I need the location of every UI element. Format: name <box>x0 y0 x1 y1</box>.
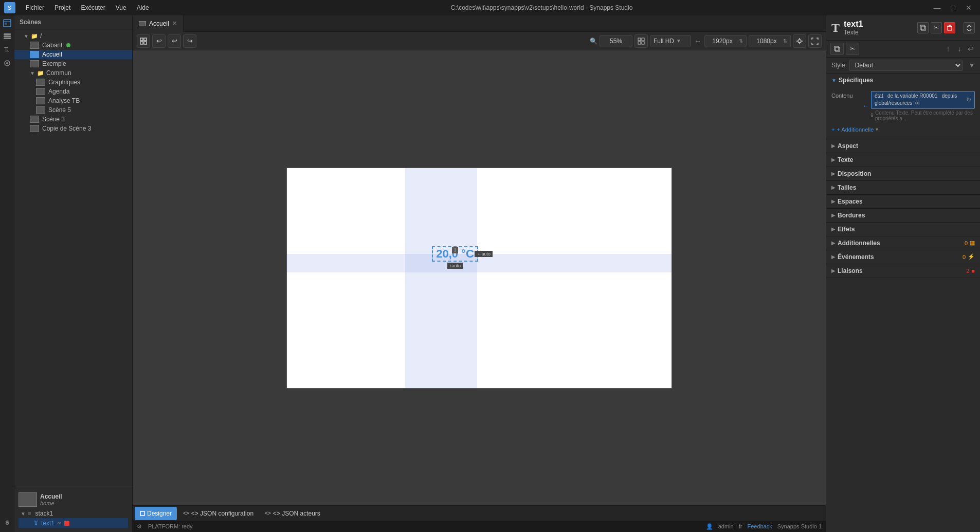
tb-btn-grid[interactable] <box>634 34 648 48</box>
rp-tb-arrows: ↑ ↓ ↩ <box>943 44 976 54</box>
espaces-title: Espaces <box>838 198 863 205</box>
rp-btn-copy[interactable] <box>917 22 929 33</box>
tb-btn-redo[interactable]: ↪ <box>183 34 196 48</box>
rp-arrow-down[interactable]: ↓ <box>954 44 965 54</box>
add-label: + Additionnelle <box>837 126 874 133</box>
rp-element-type: Texte <box>844 29 863 36</box>
rp-arrow-indent[interactable]: ↩ <box>966 44 976 54</box>
tab-close-accueil[interactable]: ✕ <box>172 20 177 27</box>
menu-projet[interactable]: Projet <box>49 2 76 13</box>
contenu-label: Contenu <box>831 91 860 99</box>
resize-handle-bottom[interactable]: ↕auto <box>447 263 463 269</box>
section-additionnelles-header[interactable]: ▶ Additionnelles 0 ▦ <box>826 236 980 250</box>
status-feedback[interactable]: Feedback <box>747 523 772 529</box>
bottom-tab-jsonacteurs[interactable]: <> <> JSON acteurs <box>260 507 325 520</box>
menu-fichier[interactable]: Fichier <box>21 2 49 13</box>
additionnelles-badge: 0 ▦ <box>965 240 975 246</box>
tb-btn-undo2[interactable]: ↩ <box>168 34 181 48</box>
status-right: 👤 admin fr Feedback Synapps Studio 1 <box>706 523 822 530</box>
tab-accueil[interactable]: Accueil ✕ <box>133 15 184 32</box>
section-specifiques-header[interactable]: ▼ Spécifiques <box>826 74 980 87</box>
minimize-button[interactable]: — <box>930 4 945 12</box>
badge-gabarit <box>66 43 70 47</box>
section-effets-header[interactable]: ▶ Effets <box>826 223 980 236</box>
rp-style-arrow[interactable]: ▼ <box>969 62 975 69</box>
selected-text-element[interactable]: T 20,0 °C ←auto ↕auto <box>432 246 478 262</box>
expand-arrow-root: ▼ <box>24 33 29 39</box>
contenu-binding[interactable]: état de la variable R00001 depuis global… <box>871 91 975 109</box>
width-input[interactable] <box>708 38 737 45</box>
tb-btn-undo[interactable]: ↩ <box>152 34 166 48</box>
section-evenements-header[interactable]: ▶ Événements 0 ⚡ <box>826 250 980 264</box>
bottom-tab-designer[interactable]: Designer <box>135 507 177 520</box>
section-tailles-header[interactable]: ▶ Tailles <box>826 181 980 194</box>
section-additionnelles: ▶ Additionnelles 0 ▦ <box>826 236 980 250</box>
tree-item-scene5[interactable]: Scène 5 <box>14 105 132 115</box>
iconbar-variables[interactable]: T₁ <box>2 44 13 56</box>
tree-label-exemple: Exemple <box>42 60 66 67</box>
refresh-icon[interactable]: ↻ <box>966 96 971 103</box>
add-additional-link[interactable]: + + Additionnelle ▾ <box>831 124 975 135</box>
canvas-area[interactable]: T 20,0 °C ←auto ↕auto <box>133 50 826 505</box>
tree-item-stack1[interactable]: ▼ ≡ stack1 <box>19 509 128 518</box>
tree-item-accueil[interactable]: Accueil <box>14 50 132 59</box>
rp-tb-cut[interactable]: ✂ <box>846 43 859 55</box>
tree-item-commun[interactable]: ▼ 📁 Commun <box>14 68 132 78</box>
specifiques-content: Contenu ← état de la variable R00001 d <box>826 87 980 139</box>
section-texte-header[interactable]: ▶ Texte <box>826 153 980 167</box>
tree-item-copiescene3[interactable]: Copie de Scène 3 <box>14 124 132 133</box>
red-badge-text1 <box>64 521 69 526</box>
section-liaisons: ▶ Liaisons 2 ■ <box>826 264 980 278</box>
rp-arrow-up[interactable]: ↑ <box>943 44 953 54</box>
tree-item-analysetb[interactable]: Analyse TB <box>14 96 132 105</box>
aspect-title: Aspect <box>838 142 858 150</box>
tree-item-graphiques[interactable]: Graphiques <box>14 78 132 87</box>
liaisons-title: Liaisons <box>838 267 863 274</box>
section-aspect-header[interactable]: ▶ Aspect <box>826 139 980 153</box>
close-button[interactable]: ✕ <box>961 4 976 12</box>
tree-item-agenda[interactable]: Agenda <box>14 87 132 96</box>
tb-btn-fullscreen[interactable] <box>808 34 822 48</box>
additionnelles-count: 0 <box>965 240 968 246</box>
section-bordures-header[interactable]: ▶ Bordures <box>826 209 980 222</box>
contenu-field-row: Contenu ← état de la variable R00001 d <box>831 91 975 121</box>
section-disposition-header[interactable]: ▶ Disposition <box>826 167 980 180</box>
svg-rect-6 <box>4 35 11 37</box>
rp-btn-delete[interactable] <box>944 22 955 33</box>
tree-label-analysetb: Analyse TB <box>48 97 80 104</box>
main-layout: T₁ Scènes ▼ 📁 / Gabarit <box>0 15 980 532</box>
status-user: admin <box>718 523 734 529</box>
zoom-input[interactable] <box>603 38 629 45</box>
menu-aide[interactable]: Aide <box>132 2 154 13</box>
bottom-tabbar: Designer <> <> JSON configuration <> <> … <box>133 505 826 521</box>
tree-item-scene3[interactable]: Scène 3 <box>14 115 132 124</box>
bottom-tab-jsonconfig[interactable]: <> <> JSON configuration <box>178 507 259 520</box>
iconbar-scenes[interactable] <box>2 17 13 29</box>
rp-btn-expand[interactable] <box>964 22 975 33</box>
resolution-select[interactable]: Full HD ▼ <box>650 35 691 47</box>
rp-btn-cut[interactable]: ✂ <box>931 22 942 33</box>
section-specifiques: ▼ Spécifiques Contenu ← état de la <box>826 74 980 139</box>
section-espaces-header[interactable]: ▶ Espaces <box>826 195 980 208</box>
menu-executer[interactable]: Exécuter <box>76 2 110 13</box>
rp-style-select[interactable]: Défaut <box>849 60 963 71</box>
maximize-button[interactable]: □ <box>947 4 959 12</box>
tree-item-text1[interactable]: T text1 ∞ <box>19 518 128 528</box>
height-input[interactable] <box>752 38 781 45</box>
scene-thumb-graphiques <box>36 79 45 86</box>
menu-vue[interactable]: Vue <box>111 2 132 13</box>
iconbar-settings[interactable] <box>2 518 13 529</box>
tree-item-exemple[interactable]: Exemple <box>14 59 132 68</box>
tree-item-gabarit[interactable]: Gabarit <box>14 41 132 50</box>
tb-btn-fit[interactable] <box>137 34 150 48</box>
iconbar-resources[interactable] <box>2 58 13 69</box>
resize-handle-right[interactable]: ←auto <box>475 251 493 257</box>
tb-btn-sun[interactable] <box>793 34 806 48</box>
section-liaisons-header[interactable]: ▶ Liaisons 2 ■ <box>826 264 980 278</box>
iconbar-layers[interactable] <box>2 31 13 42</box>
binding-variable: de la variable R00001 <box>887 93 937 99</box>
tree-item-root[interactable]: ▼ 📁 / <box>14 31 132 41</box>
rp-tb-copy[interactable] <box>830 43 844 55</box>
element-handle-t[interactable]: T <box>452 247 458 253</box>
canvas[interactable]: T 20,0 °C ←auto ↕auto <box>286 168 672 389</box>
